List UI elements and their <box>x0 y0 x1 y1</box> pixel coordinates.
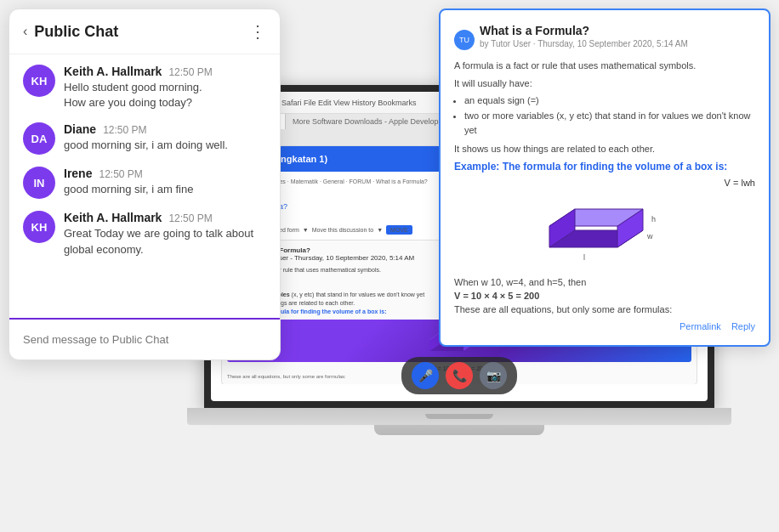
popup-list: an equals sign (=) two or more variables… <box>464 93 755 139</box>
message-header: Keith A. Hallmark 12:50 PM <box>64 65 266 78</box>
laptop-base <box>187 408 731 425</box>
message-sender-name: Keith A. Hallmark <box>64 211 162 224</box>
back-button[interactable]: ‹ <box>23 24 27 39</box>
end-call-button[interactable]: 📞 <box>446 362 473 389</box>
message-text: Great Today we are going to talk aboutgl… <box>64 226 266 257</box>
laptop-stand <box>374 425 544 435</box>
popup-meta: What is a Formula? by Tutor User · Thurs… <box>480 24 688 55</box>
mic-button[interactable]: 🎤 <box>412 362 439 389</box>
select-icon: ▼ <box>303 227 309 233</box>
message-item: KH Keith A. Hallmark 12:50 PM Great Toda… <box>23 211 266 257</box>
move-button[interactable]: MOVE <box>386 225 412 235</box>
reply-button[interactable]: Reply <box>731 321 755 331</box>
chat-header: ‹ Public Chat ⋮ <box>9 9 280 54</box>
popup-when-text: When w 10, w=4, and h=5, then <box>454 277 755 287</box>
list-item: two or more variables (x, y etc) that st… <box>464 109 755 139</box>
svg-text:l: l <box>583 253 585 262</box>
message-item: IN Irene 12:50 PM good morning sir, i am… <box>23 167 266 199</box>
message-item: KH Keith A. Hallmark 12:50 PM Hello stud… <box>23 65 266 110</box>
message-content: Keith A. Hallmark 12:50 PM Hello student… <box>64 65 266 110</box>
message-content: Keith A. Hallmark 12:50 PM Great Today w… <box>64 211 266 257</box>
video-call-toolbar: 🎤 📞 📷 <box>401 357 517 394</box>
message-time: 12:50 PM <box>168 212 212 224</box>
message-time: 12:50 PM <box>99 168 142 180</box>
avatar: KH <box>23 65 55 97</box>
move-label: Move this discussion to <box>312 227 373 233</box>
message-time: 12:50 PM <box>168 66 212 78</box>
formula-right: V = lwh <box>454 178 755 188</box>
box-3d-svg: l h w <box>532 196 677 269</box>
popup-body: A formula is a fact or rule that uses ma… <box>454 59 755 156</box>
popup-author-avatar: TU <box>454 30 475 50</box>
permalink-button[interactable]: Permalink <box>679 321 721 331</box>
popup-author-row: TU What is a Formula? by Tutor User · Th… <box>454 24 755 55</box>
popup-body-line2: It will usually have: <box>454 76 755 91</box>
chat-messages-list: KH Keith A. Hallmark 12:50 PM Hello stud… <box>9 54 280 318</box>
message-content: Irene 12:50 PM good morning sir, i am fi… <box>64 167 266 197</box>
forum-popup: TU What is a Formula? by Tutor User · Th… <box>439 8 770 347</box>
message-header: Diane 12:50 PM <box>64 122 266 136</box>
popup-body-line3: It shows us how things are related to ea… <box>454 142 755 156</box>
popup-image-area: l h w <box>454 196 755 269</box>
message-text: good morning sir, i am doing well. <box>64 138 266 153</box>
popup-closing: These are all equations, but only some a… <box>454 304 755 314</box>
browser-tab-inactive[interactable]: More Software Downloads - Apple Develope… <box>286 114 453 129</box>
chat-title: Public Chat <box>34 23 118 41</box>
popup-highlight: Example: The formula for finding the vol… <box>454 161 755 173</box>
list-item: an equals sign (=) <box>464 93 755 109</box>
popup-calc: V = 10 × 4 × 5 = 200 <box>454 291 755 301</box>
chat-input[interactable] <box>23 330 266 349</box>
browser-menu-items: Safari File Edit View History Bookmarks <box>281 99 416 107</box>
message-sender-name: Keith A. Hallmark <box>64 65 162 78</box>
message-sender-name: Diane <box>64 122 96 136</box>
laptop-notch <box>425 414 493 419</box>
avatar: KH <box>23 211 55 243</box>
popup-footer: Permalink Reply <box>454 321 755 331</box>
chat-header-left: ‹ Public Chat <box>23 23 118 41</box>
svg-text:h: h <box>651 215 656 224</box>
message-header: Keith A. Hallmark 12:50 PM <box>64 211 266 224</box>
message-header: Irene 12:50 PM <box>64 167 266 180</box>
more-options-button[interactable]: ⋮ <box>249 21 266 42</box>
message-text: Hello student good morning.How are you d… <box>64 80 266 110</box>
chat-panel: ‹ Public Chat ⋮ KH Keith A. Hallmark 12:… <box>9 8 281 360</box>
message-time: 12:50 PM <box>103 124 146 136</box>
popup-author: by Tutor User · Thursday, 10 September 2… <box>480 39 688 48</box>
select-icon-2: ▼ <box>377 227 383 233</box>
message-item: DA Diane 12:50 PM good morning sir, i am… <box>23 122 266 155</box>
avatar: DA <box>23 122 55 155</box>
popup-body-line1: A formula is a fact or rule that uses ma… <box>454 59 755 73</box>
popup-title: What is a Formula? <box>480 24 688 37</box>
chat-input-area <box>9 318 280 359</box>
camera-button[interactable]: 📷 <box>480 362 507 389</box>
avatar: IN <box>23 167 55 199</box>
svg-text:w: w <box>646 232 653 241</box>
message-sender-name: Irene <box>64 167 92 180</box>
message-text: good morning sir, i am fine <box>64 182 266 197</box>
message-content: Diane 12:50 PM good morning sir, i am do… <box>64 122 266 153</box>
